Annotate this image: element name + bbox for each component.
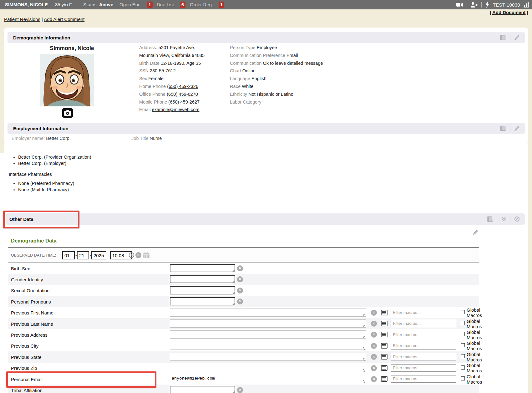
personal-pronouns-input[interactable] [170,297,235,305]
global-macros-checkbox[interactable] [461,365,465,370]
field-label: Ethnicity [230,92,248,97]
due-list-badge[interactable]: 6 [180,2,185,8]
previous-state-textarea[interactable] [170,353,366,361]
bar-chart-icon[interactable] [524,2,529,8]
previous-city-textarea[interactable] [170,342,366,350]
global-macros-checkbox[interactable] [461,321,465,325]
clear-icon[interactable]: ✕ [237,276,243,282]
clear-icon[interactable]: ✕ [237,299,243,304]
field-label: Labor Category [230,100,261,105]
macro-list-icon[interactable] [381,332,388,337]
global-macros-checkbox[interactable] [461,376,465,380]
resize-corner [232,391,235,393]
macro-list-icon[interactable] [381,310,388,315]
clear-icon[interactable]: ✕ [237,265,243,271]
add-alert-comment-link[interactable]: Add Alert Comment [44,17,84,22]
divider [510,34,510,41]
tribal-affiliation-input[interactable] [170,386,235,393]
patient-display-name: Simmons, Nicole [34,45,109,52]
field-value-link[interactable]: (650) 459-6270 [167,92,198,97]
clear-icon[interactable]: ✕ [371,343,377,349]
macro-list-icon[interactable] [381,321,388,326]
pharmacy-item: None (Preferred Pharmacy) [18,181,74,186]
filter-macros-input[interactable] [391,364,456,372]
lightning-bolt-icon[interactable] [485,1,489,8]
open-enc-badge[interactable]: 1 [147,2,153,8]
clear-icon[interactable]: ✕ [237,387,243,393]
observed-datetime-label: OBSERVED DATE/TIME: [11,253,56,258]
field-value-link[interactable]: (650) 459-2326 [167,84,198,89]
clear-icon[interactable]: ✕ [371,332,377,338]
clear-icon[interactable]: ✕ [371,376,377,382]
journal-icon[interactable] [487,216,493,222]
journal-icon[interactable] [500,125,506,131]
edit-pencil-icon[interactable] [514,35,520,40]
video-camera-icon[interactable] [456,2,463,8]
resize-handle-icon[interactable] [363,369,365,372]
clear-icon[interactable]: ✕ [371,321,377,327]
list-line [382,356,386,357]
section-title: Other Data [9,217,33,222]
edit-pencil-icon[interactable] [473,230,478,235]
resize-handle-icon[interactable] [363,314,365,316]
edit-photo-camera-button[interactable] [62,108,73,118]
filter-macros-input[interactable] [391,320,456,327]
row-personal-pronouns: Personal Pronouns✕ [8,296,479,307]
add-person-icon[interactable] [470,2,478,8]
edit-pencil-icon[interactable] [514,125,520,131]
collapse-chevrons-icon[interactable] [501,217,506,222]
personal-email-textarea[interactable] [170,375,366,383]
previous-address-textarea[interactable] [170,330,366,339]
resize-handle-icon[interactable] [363,380,365,383]
field-value-link[interactable]: (650) 459-2627 [168,100,200,105]
resize-handle-icon[interactable] [363,336,365,338]
filter-macros-input[interactable] [391,309,456,316]
disable-icon[interactable] [514,216,520,222]
macro-list-icon[interactable] [381,354,388,360]
sexual-orientation-input[interactable] [170,286,235,294]
global-macros-checkbox[interactable] [461,310,465,314]
macro-list-icon[interactable] [381,343,388,349]
section-title: Employment Information [13,126,68,131]
clear-icon[interactable]: ✕ [237,288,243,293]
order-req-badge[interactable]: 1 [219,2,224,8]
global-macros-checkbox[interactable] [461,354,465,358]
clear-icon[interactable]: ✕ [371,354,377,360]
filter-macros-input[interactable] [391,353,456,360]
filter-macros-input[interactable] [391,375,456,383]
observed-year-input[interactable] [91,251,106,259]
field-value: Email [286,53,298,58]
order-req-label: Order Req: [190,0,213,9]
clear-icon[interactable]: ✕ [371,310,377,316]
info-field-chart: Chart Online [230,67,323,75]
filter-macros-input[interactable] [391,342,456,350]
calendar-icon[interactable] [143,252,150,258]
journal-icon[interactable] [500,35,506,41]
filter-macros-input[interactable] [391,331,456,338]
resize-handle-icon[interactable] [363,347,365,350]
clear-icon[interactable]: ✕ [371,365,377,371]
previous-first-name-textarea[interactable] [170,309,366,317]
macro-list-icon[interactable] [381,376,388,382]
global-macros-checkbox[interactable] [461,332,465,336]
patient-revisions-link[interactable]: Patient Revisions [4,17,40,22]
resize-handle-icon[interactable] [363,358,365,360]
observed-month-input[interactable] [62,251,75,259]
row-label: Previous Last Name [11,321,53,326]
field-label: Person Type [230,45,257,50]
macro-list-icon[interactable] [381,365,388,371]
clear-datetime-icon[interactable]: ✕ [135,252,141,258]
row-previous-state: Previous State✕Global Macros [8,351,479,362]
previous-zip-textarea[interactable] [170,364,366,372]
field-value: Mountain View, California 94035 [139,53,205,58]
clock-icon[interactable] [129,252,134,258]
field-value-link[interactable]: example@mieweb.com [152,107,200,112]
birth-sex-input[interactable] [170,264,235,272]
global-macros-checkbox[interactable] [461,343,465,347]
add-document-link[interactable]: Add Document [492,10,526,15]
row-label: Previous Address [11,332,48,338]
gender-identity-input[interactable] [170,275,235,283]
observed-day-input[interactable] [77,251,89,259]
previous-last-name-textarea[interactable] [170,319,366,328]
resize-handle-icon[interactable] [363,325,365,327]
